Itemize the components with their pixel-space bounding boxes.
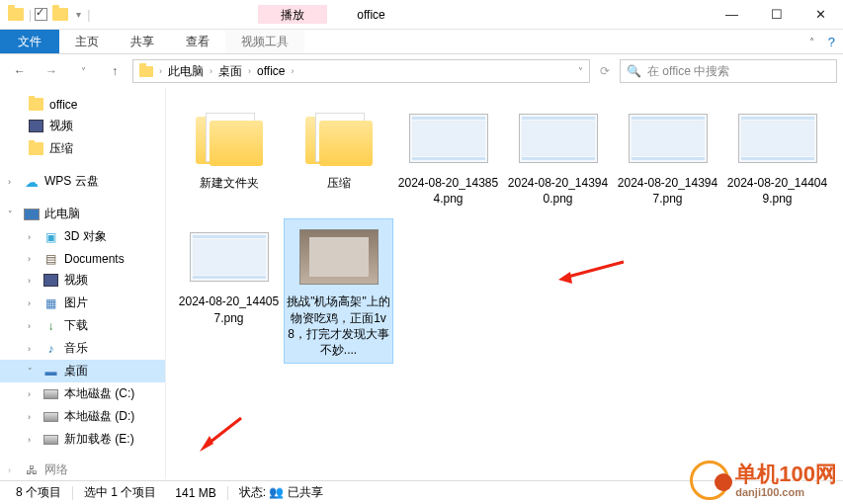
ribbon-tab-home[interactable]: 主页 [59,30,115,53]
item-label: 2024-08-20_143854.png [396,175,500,207]
item-label: 2024-08-20_144057.png [177,294,281,325]
chevron-right-icon[interactable]: › [210,66,212,76]
item-label: 2024-08-20_143947.png [616,175,719,207]
item-label: 2024-08-20_143940.png [506,175,610,207]
breadcrumb-bar[interactable]: › 此电脑 › 桌面 › office › ˅ [132,59,590,83]
desktop-icon: ▬ [42,364,59,378]
ribbon-file-tab[interactable]: 文件 [0,30,59,53]
watermark-logo: 单机100网 danji100.com [690,461,837,500]
folder-item[interactable]: 新建文件夹 [174,100,284,212]
folder-icon [305,111,373,166]
ribbon-tab-share[interactable]: 共享 [115,30,170,53]
contextual-tab-header: 播放 [258,5,327,24]
window-title: office [357,8,384,22]
nav-item-videos[interactable]: ›视频 [0,269,165,292]
cloud-icon: ☁ [23,174,40,189]
item-label: 新建文件夹 [200,175,259,191]
ribbon-tab-view[interactable]: 查看 [170,30,225,53]
breadcrumb-folder-icon [139,66,153,77]
breadcrumb-segment[interactable]: office [253,60,289,82]
download-icon: ↓ [42,318,59,333]
video-thumbnail [299,229,379,285]
image-thumbnail [629,114,708,163]
pc-icon [24,209,40,220]
status-state: 状态: 👥 已共享 [231,484,331,501]
image-thumbnail [738,114,817,163]
breadcrumb-segment[interactable]: 此电脑 [164,60,208,82]
image-item[interactable]: 2024-08-20_143854.png [393,100,503,212]
image-item[interactable]: 2024-08-20_143940.png [503,100,613,212]
nav-item-zip[interactable]: 压缩 [0,137,165,160]
nav-item-music[interactable]: ›♪音乐 [0,337,165,360]
nav-item-disk-d[interactable]: ›本地磁盘 (D:) [0,405,165,428]
maximize-button[interactable]: ☐ [754,0,799,29]
nav-item-3d-objects[interactable]: ›▣3D 对象 [0,225,165,248]
search-icon: 🔍 [627,64,641,78]
breadcrumb-segment[interactable]: 桌面 [214,60,246,82]
video-icon [43,274,58,287]
search-placeholder-text: 在 office 中搜索 [647,63,729,80]
qat-divider-2: | [87,8,90,22]
image-item[interactable]: 2024-08-20_143947.png [613,100,722,212]
music-icon: ♪ [42,341,59,356]
chevron-right-icon: › [8,177,18,187]
search-input[interactable]: 🔍 在 office 中搜索 [620,59,837,83]
folder-item[interactable]: 压缩 [284,100,393,212]
folder-icon [196,111,263,166]
qat-checkbox[interactable] [35,8,47,21]
item-label: 挑战"机场高架"上的物资吃鸡，正面1v8，打完才发现大事不妙.... [287,294,390,358]
close-button[interactable]: ✕ [799,0,843,29]
breadcrumb-dropdown-icon[interactable]: ˅ [574,60,587,82]
nav-item-downloads[interactable]: ›↓下载 [0,314,165,337]
chevron-right-icon[interactable]: › [159,66,162,76]
chevron-right-icon[interactable]: › [248,66,251,76]
file-list-pane[interactable]: 新建文件夹 压缩 2024-08-20_143854.png 2024-08-2… [166,88,843,478]
document-icon: ▤ [42,251,59,266]
image-item[interactable]: 2024-08-20_144057.png [174,218,284,364]
status-item-count: 8 个项目 [8,484,69,501]
nav-item-office[interactable]: office [0,94,165,115]
image-thumbnail [519,114,598,163]
item-label: 2024-08-20_144049.png [725,175,829,207]
nav-item-documents[interactable]: ›▤Documents [0,248,165,269]
nav-back-button[interactable]: ← [6,59,34,83]
nav-recent-dropdown[interactable]: ˅ [69,59,97,83]
nav-item-video[interactable]: 视频 [0,115,165,137]
nav-forward-button[interactable]: → [38,59,65,83]
nav-item-network[interactable]: ›🖧网络 [0,459,165,478]
qat-overflow[interactable]: ▾ [73,9,84,20]
refresh-button[interactable]: ⟳ [594,64,616,78]
watermark-emblem-icon [690,461,729,500]
nav-item-desktop[interactable]: ˅▬桌面 [0,360,165,382]
watermark-sub: danji100.com [735,487,837,498]
cube-icon: ▣ [42,229,59,244]
play-tab-label: 播放 [281,7,304,24]
nav-item-disk-c[interactable]: ›本地磁盘 (C:) [0,382,165,405]
share-icon: 👥 [269,485,284,499]
nav-up-button[interactable]: ↑ [101,59,128,83]
video-item-selected[interactable]: 挑战"机场高架"上的物资吃鸡，正面1v8，打完才发现大事不妙.... [284,218,393,364]
ribbon-collapse-icon[interactable]: ˄ [809,37,814,47]
status-size: 141 MB [167,486,223,500]
network-icon: 🖧 [23,462,40,477]
drive-icon [43,412,58,422]
ribbon-help-icon[interactable]: ? [828,35,835,49]
chevron-down-icon: ˅ [28,367,38,377]
nav-item-wps-cloud[interactable]: ›☁WPS 云盘 [0,170,165,193]
qat-folder-icon[interactable] [50,5,70,25]
app-folder-icon [6,5,26,25]
minimize-button[interactable]: — [710,0,754,29]
nav-item-pictures[interactable]: ›▦图片 [0,292,165,314]
qat-divider: | [29,8,32,22]
chevron-right-icon[interactable]: › [291,66,294,76]
ribbon-tab-video-tools[interactable]: 视频工具 [225,30,304,53]
image-item[interactable]: 2024-08-20_144049.png [722,100,832,212]
drive-icon [43,389,58,399]
nav-item-disk-e[interactable]: ›新加载卷 (E:) [0,428,165,451]
nav-item-this-pc[interactable]: ˅此电脑 [0,203,165,225]
annotation-arrow-icon [196,414,245,456]
annotation-arrow-icon [556,256,626,286]
item-label: 压缩 [327,175,351,191]
navigation-pane[interactable]: office 视频 压缩 ›☁WPS 云盘 ˅此电脑 ›▣3D 对象 ›▤Doc… [0,88,166,478]
image-thumbnail [409,114,488,163]
